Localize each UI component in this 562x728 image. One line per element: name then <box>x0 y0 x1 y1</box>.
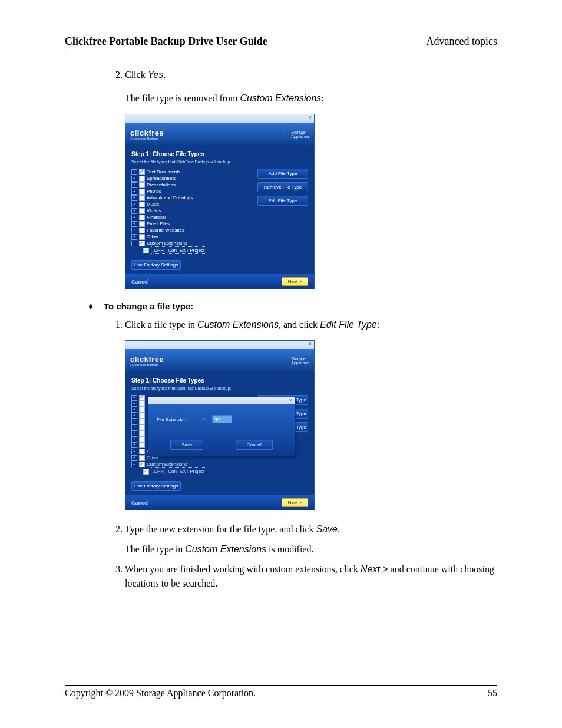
expand-icon[interactable]: + <box>131 169 137 175</box>
step-title: Step 1: Choose File Types <box>131 377 308 384</box>
tree-label: .CPR - ConTEXT Project <box>151 467 206 475</box>
close-icon[interactable]: × <box>308 341 312 347</box>
tree-item[interactable]: +Music <box>131 201 253 207</box>
checkbox-icon[interactable] <box>139 449 145 454</box>
expand-icon[interactable]: + <box>131 442 137 448</box>
text: Appliance <box>291 134 309 139</box>
checkbox-icon[interactable] <box>139 221 145 227</box>
checkbox-icon[interactable] <box>143 469 149 475</box>
ui-term-save: Save <box>316 524 338 534</box>
para-a: The file type is removed from Custom Ext… <box>125 91 497 106</box>
expand-icon[interactable]: + <box>131 182 137 188</box>
expand-icon[interactable]: + <box>131 221 137 227</box>
collapse-icon[interactable]: − <box>131 241 137 246</box>
checkbox-icon[interactable] <box>139 195 145 201</box>
tree-item[interactable]: +Email Files <box>131 220 253 227</box>
cancel-button[interactable]: Cancel <box>236 440 273 450</box>
checkbox-icon[interactable] <box>139 462 145 467</box>
checkbox-icon[interactable] <box>139 169 145 175</box>
step-c2: Type the new extension for the file type… <box>125 522 497 556</box>
edit-file-type-button[interactable]: Edit File Type <box>257 196 308 206</box>
tree-item-custom-extensions[interactable]: −Custom Extensions <box>131 240 253 246</box>
expand-icon[interactable]: + <box>131 195 137 201</box>
checkbox-icon[interactable] <box>139 407 145 413</box>
page-number: 55 <box>488 688 497 699</box>
add-file-type-button[interactable]: Add File Type <box>257 169 308 179</box>
checkbox-icon[interactable] <box>143 248 149 253</box>
expand-icon[interactable]: + <box>131 234 137 240</box>
tree-item[interactable]: +Photos <box>131 188 253 195</box>
close-icon[interactable]: × <box>308 114 312 121</box>
expand-icon[interactable]: + <box>131 189 137 195</box>
step-subtitle: Select the file types that ClickFree Bac… <box>131 160 308 164</box>
close-icon[interactable]: × <box>289 397 292 403</box>
expand-icon[interactable]: + <box>131 401 137 407</box>
checkbox-icon[interactable] <box>139 176 145 182</box>
checkbox-icon[interactable] <box>139 215 145 220</box>
tree-item[interactable]: +Text Documents <box>131 169 253 175</box>
cancel-button[interactable]: Cancel <box>131 279 149 285</box>
tree-item-custom-extensions[interactable]: −Custom Extensions <box>131 461 253 467</box>
checkbox-icon[interactable] <box>139 208 145 214</box>
save-button[interactable]: Save <box>170 440 203 450</box>
checkbox-icon[interactable] <box>139 182 145 188</box>
expand-icon[interactable]: + <box>131 407 137 413</box>
checkbox-icon[interactable] <box>139 395 145 401</box>
expand-icon[interactable]: + <box>131 176 137 182</box>
checkbox-icon[interactable] <box>139 202 145 207</box>
expand-icon[interactable]: + <box>131 424 137 430</box>
expand-icon[interactable]: + <box>131 455 137 461</box>
use-factory-settings-button[interactable]: Use Factory Settings <box>131 481 181 491</box>
checkbox-icon[interactable] <box>139 234 145 240</box>
next-button[interactable]: Next > <box>282 498 308 507</box>
extension-input[interactable]: cpr <box>212 415 232 423</box>
expand-icon[interactable]: + <box>131 430 137 436</box>
cancel-button[interactable]: Cancel <box>131 500 149 506</box>
tree-label: Financial <box>147 214 166 220</box>
ui-term-custom-extensions: Custom Extensions <box>197 319 279 330</box>
text: Appliance <box>291 361 309 365</box>
tree-child-item[interactable]: .CPR - ConTEXT Project <box>131 246 253 254</box>
checkbox-icon[interactable] <box>139 430 145 436</box>
checkbox-icon[interactable] <box>139 419 145 424</box>
next-button[interactable]: Next > <box>282 277 308 286</box>
text: : <box>377 319 379 330</box>
checkbox-icon[interactable] <box>139 189 145 195</box>
expand-icon[interactable]: + <box>131 413 137 419</box>
use-factory-settings-button[interactable]: Use Factory Settings <box>131 260 181 270</box>
checkbox-icon[interactable] <box>139 413 145 419</box>
screenshot-choose-filetypes-1: × clickfree Automatic Backup Storage App… <box>125 114 315 289</box>
checkbox-icon[interactable] <box>139 424 145 430</box>
filetype-tree[interactable]: +Text Documents +Spreadsheets +Presentat… <box>131 169 253 254</box>
expand-icon[interactable]: + <box>131 449 137 454</box>
page-footer: Copyright © 2009 Storage Appliance Corpo… <box>65 685 497 699</box>
checkbox-icon[interactable] <box>139 241 145 246</box>
expand-icon[interactable]: + <box>131 202 137 207</box>
expand-icon[interactable]: + <box>131 419 137 424</box>
tree-item[interactable]: +Presentations <box>131 182 253 188</box>
tree-item[interactable]: +Financial <box>131 214 253 220</box>
expand-icon[interactable]: + <box>131 215 137 220</box>
expand-icon[interactable]: + <box>131 436 137 442</box>
remove-file-type-button[interactable]: Remove File Type <box>257 182 308 192</box>
tree-label: .CPR - ConTEXT Project <box>151 246 206 254</box>
expand-icon[interactable]: + <box>131 208 137 214</box>
tree-child-item[interactable]: .CPR - ConTEXT Project <box>131 467 253 475</box>
checkbox-icon[interactable] <box>139 436 145 442</box>
collapse-icon[interactable]: − <box>131 462 137 467</box>
step-c3: When you are finished working with custo… <box>125 562 497 591</box>
tree-label: Email Files <box>147 220 170 227</box>
tree-item[interactable]: +Spreadsheets <box>131 175 253 182</box>
checkbox-icon[interactable] <box>139 442 145 448</box>
expand-icon[interactable]: + <box>131 395 137 401</box>
checkbox-icon[interactable] <box>139 228 145 233</box>
checkbox-icon[interactable] <box>139 455 145 461</box>
tree-item[interactable]: +Favorite Websites <box>131 227 253 233</box>
expand-icon[interactable]: + <box>131 228 137 233</box>
tree-item[interactable]: +Other <box>131 233 253 240</box>
checkbox-icon[interactable] <box>139 401 145 407</box>
tree-item[interactable]: +Videos <box>131 207 253 214</box>
tree-label: Artwork and Drawings <box>147 195 193 201</box>
step-subtitle: Select the file types that ClickFree Bac… <box>131 386 308 390</box>
tree-item[interactable]: +Artwork and Drawings <box>131 195 253 201</box>
